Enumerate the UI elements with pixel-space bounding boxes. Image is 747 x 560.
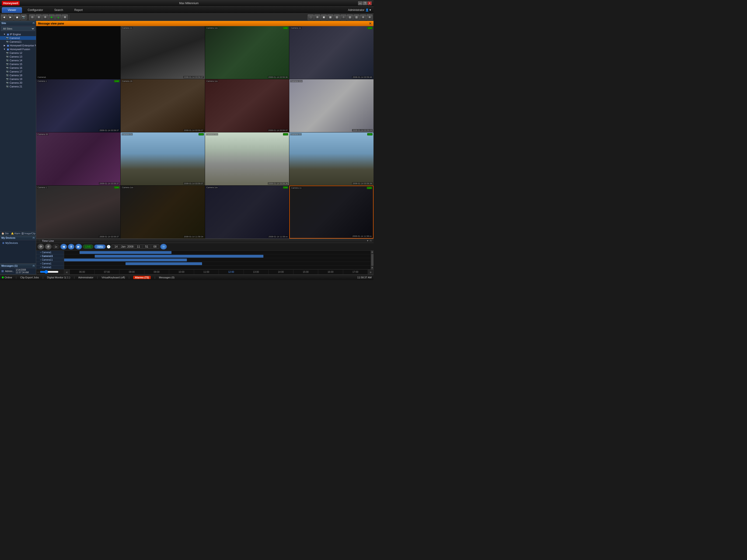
play-button[interactable]: ▶ [49,15,55,20]
camera-cell-1[interactable]: Camera1 [36,26,120,79]
tab-report[interactable]: Report [69,7,88,12]
layout-btn-2[interactable]: ⊞ [36,15,42,20]
forward-button[interactable]: ▶ [7,15,14,20]
tl-hour-input[interactable] [135,245,141,248]
camera-cell-6[interactable]: Camera 16 2008-01-14 03:59:37 [121,79,205,132]
tab-alarm[interactable]: 🔔 Alarm [10,232,21,236]
timeline-collapse-btn[interactable]: ▼ [366,239,369,242]
tl-play-btn[interactable]: ▶ [75,244,82,249]
timeline-scrollbar[interactable]: ▲ ▼ [371,250,374,269]
messages-status-label[interactable]: Messages (0) [159,276,175,279]
tree-camera-20[interactable]: 📷 Camera 20 [0,81,36,85]
settings-button[interactable]: ⚙ [42,15,48,20]
camera-cell-2[interactable]: Camera 11 2008-01-14 03:59:37 [121,26,205,79]
track-label-5[interactable]: + Camera1 [36,266,64,269]
layout-btn-1[interactable]: ⊟ [29,15,35,20]
tree-camera-18[interactable]: 📷 Camera 18 [0,74,36,77]
scroll-up-btn[interactable]: ▲ [371,250,374,254]
layout-2x2[interactable]: ▣ [321,15,327,20]
ruler-next-btn[interactable]: » [368,269,374,275]
camera-cell-13[interactable]: Live Camera 1 2008-01-14 03:59:37 [36,186,120,239]
camera-cell-11[interactable]: Live Camera 1xx 2008-01-14 03:59:36 [205,132,289,185]
tl-jump-btn[interactable]: Jump [94,245,106,249]
messages-pin-icon[interactable]: ⊓ [33,265,34,267]
tab-search[interactable]: Search [49,7,69,12]
layout-4x4[interactable]: ▤ [347,15,353,20]
clip-export-label[interactable]: Clip Export Jobs [20,276,39,279]
ruler-prev-btn[interactable]: « [64,269,70,275]
camera-cell-9[interactable]: Camera 20 2008-01-14 03:59:37 [36,132,120,185]
tree-camera11[interactable]: 📷 Camera11 [0,40,36,44]
tree-camera-13[interactable]: 📷 Camera 13 [0,55,36,58]
layout-1x1[interactable]: □ [308,15,314,20]
scroll-thumb[interactable] [371,254,374,266]
camera-cell-7[interactable]: Camera 1xx 2008-01-14 03:59:37 [205,79,289,132]
tl-pause-btn[interactable]: ⏸ [68,244,74,249]
tree-camera-17[interactable]: 📷 Camera 17 [0,70,36,74]
close-button[interactable]: ✕ [367,1,371,5]
tab-configurator[interactable]: Configurator [22,7,49,12]
site-selector[interactable]: All Sites [1,26,35,31]
virtual-keyboard-label[interactable]: VirtualKeyboard (off) [102,276,125,279]
tree-camera-16[interactable]: 📷 Camera 16 [0,66,36,70]
tl-sec-input[interactable] [152,245,158,248]
tab-image-clip[interactable]: 🖼 Image/Clip [21,232,36,236]
tree-camera1[interactable]: 📷 Camera1 [0,36,36,40]
tree-enterprise-nvr[interactable]: ▶ ▣ Honeywell Enterprise NVR [0,44,36,47]
tl-day-input[interactable] [113,245,119,248]
my-devices-item[interactable]: 🖥 MyDevices [1,241,35,245]
site-pin-icon[interactable]: ⊓ [33,22,34,25]
tl-live-indicator[interactable]: LIVE [83,245,94,249]
camera-cell-3[interactable]: Live Camera 1xx 2008-01-14 03:59:36 [205,26,289,79]
camera-cell-16[interactable]: Live Camera 11 2008-01-14 11:58:xx [289,186,374,239]
layout-custom1[interactable]: ▥ [354,15,360,20]
message-pane-close-button[interactable]: ✕ [369,22,371,25]
camera-cell-10[interactable]: Live Camera 1x 2008-01-14 03:59:37 [121,132,205,185]
my-devices-header[interactable]: My Devices ⊓ [0,236,36,240]
snapshot-button[interactable]: 📷 [21,15,27,20]
tree-camera-12[interactable]: 📷 Camera 12 [0,51,36,55]
tree-ip-engine[interactable]: ▼ ▣ IP Engine [0,32,36,36]
camera-cell-14[interactable]: Camera 1xx 2008-01-14 11:58:34 [121,186,205,239]
track-label-1[interactable]: + Camera1 [36,250,64,255]
minimize-button[interactable]: — [358,1,362,5]
camera-cell-4[interactable]: Live Camera 11 2008-01-14 03:59:46 [289,26,374,79]
tree-fusion[interactable]: ▼ ▣ Honeywell Fusion [0,47,36,51]
tl-rewind-btn[interactable]: ↺ [45,244,52,249]
layout-custom2[interactable]: ⊚ [360,15,366,20]
camera-cell-15[interactable]: Live Camera 1xx 2008-01-14 11:58:xx [205,186,289,239]
grid-button[interactable]: ⊠ [62,15,68,20]
tree-camera-14[interactable]: 📷 Camera 14 [0,58,36,62]
layout-3x4[interactable]: ⊹ [340,15,346,20]
tree-camera-21[interactable]: 📷 Camera 21 [0,85,36,88]
zoom-slider[interactable] [40,270,58,274]
camera-cell-12[interactable]: Live Camera 11 2008-01-14 03:59:36 [289,132,374,185]
motion-button[interactable]: ▲ [55,15,61,20]
tl-min-input[interactable] [144,245,150,248]
alarms-badge[interactable]: Alarms (72) [133,276,151,279]
track-label-3[interactable]: + Camera11 [36,258,64,262]
window-controls[interactable]: — ❐ ✕ [358,1,371,5]
tl-prev-btn[interactable]: ◀ [60,244,67,249]
my-devices-pin-icon[interactable]: ⊓ [33,237,34,239]
track-label-4[interactable]: + Camera1 [36,262,64,266]
tree-camera-19[interactable]: 📷 Camera 19 [0,77,36,81]
layout-1x2[interactable]: ⊞ [314,15,320,20]
camera-cell-5[interactable]: Live Camera 1 2008-01-14 03:59:37 [36,79,120,132]
tab-site[interactable]: 🏠 Site [0,232,10,236]
tl-restart-btn[interactable]: ⟳ [37,244,44,249]
messages-header[interactable]: Messages (1) ⊓ [0,264,36,268]
timeline-pin-btn[interactable]: ⊓ [370,239,371,242]
layout-3x3[interactable]: ▧ [334,15,340,20]
user-icon[interactable]: 👤▼ [365,8,371,12]
scroll-down-btn[interactable]: ▼ [371,266,374,269]
site-panel-header[interactable]: Site ⊓ [0,21,36,25]
track-label-2[interactable]: + Camera11 [36,255,64,258]
tl-time-input[interactable]: : Jan : 2008 : : : [111,245,159,249]
restore-button[interactable]: ❐ [363,1,367,5]
stop-button[interactable]: ⏹ [14,15,20,20]
back-button[interactable]: ◀ [1,15,7,20]
message-row-1[interactable]: ⊞ Admini... 1/14/2008 11:57:34 AM [0,268,36,274]
tl-go-btn[interactable]: → [160,244,167,249]
layout-custom3[interactable]: ⊛ [366,15,372,20]
